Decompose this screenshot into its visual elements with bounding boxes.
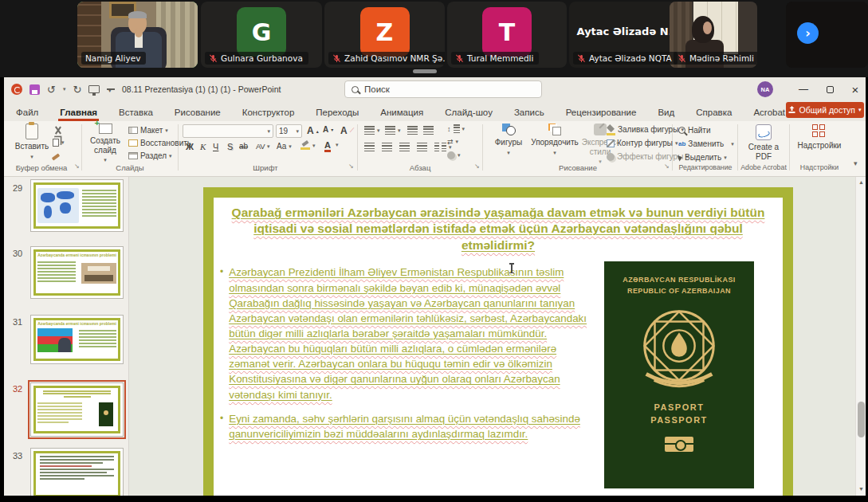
shrink-font-button[interactable]: A▾ [323, 125, 333, 134]
clipboard-dialog-launcher[interactable]: ↘ [74, 163, 80, 170]
shape-outline-button[interactable]: Контур фигуры▾ [607, 139, 678, 147]
bullet-list-button[interactable]: ▾ [364, 126, 380, 135]
align-right-button[interactable] [399, 143, 410, 151]
shapes-button[interactable]: Фигуры▾ [489, 124, 528, 156]
vertical-scrollbar[interactable]: ▲ ▼ [855, 177, 866, 496]
drawing-dialog-launcher[interactable]: ↘ [664, 163, 670, 170]
tab-design[interactable]: Конструктор [241, 108, 297, 121]
participant-tile-namig-aliyev[interactable]: Namig Aliyev [77, 2, 198, 68]
tab-animations[interactable]: Анимация [379, 108, 425, 121]
slide-thumbnail-33[interactable] [30, 448, 124, 500]
reset-button[interactable]: Восстановить [128, 139, 191, 147]
account-avatar[interactable]: NA [757, 81, 773, 97]
addins-button[interactable]: Надстройки [795, 124, 844, 151]
close-button[interactable]: × [842, 77, 868, 101]
format-painter-button[interactable] [52, 151, 60, 159]
font-color-button[interactable]: A▾ [324, 140, 338, 150]
tab-transitions[interactable]: Переходы [314, 108, 360, 121]
tab-home[interactable]: Главная [58, 108, 99, 121]
current-slide[interactable]: Qarabağ erməniləri Azərbaycan ərazisində… [203, 187, 793, 496]
bold-button[interactable]: Ж [186, 142, 194, 151]
cut-button[interactable] [53, 126, 62, 135]
increase-indent-button[interactable] [423, 126, 434, 135]
create-pdf-button[interactable]: Create a PDF [742, 124, 785, 161]
meeting-photo [81, 263, 116, 284]
shape-effects-button[interactable]: Эффекты фигуры▾ [607, 152, 689, 161]
tab-slideshow[interactable]: Слайд-шоу [443, 108, 494, 121]
share-button[interactable]: Общий доступ ▾ [786, 102, 864, 118]
scrollbar-thumb[interactable] [858, 402, 865, 437]
tab-help[interactable]: Справка [694, 108, 733, 121]
font-size-combo[interactable]: 19▾ [276, 124, 302, 138]
participant-name-label: Aytac Əlizadə NQTA [573, 52, 678, 65]
slide-thumbnail-31[interactable]: Azərbaycanda erməni icmasının problemi [30, 315, 124, 364]
replace-button[interactable]: abЗаменить▾ [678, 139, 734, 148]
thumbnail-title: Azərbaycanda erməni icmasının problemi [37, 253, 117, 257]
tab-acrobat[interactable]: Acrobat [752, 108, 787, 121]
document-title: 08.11 Prezentasiya (1) (1) (1) - PowerPo… [122, 84, 281, 94]
undo-button[interactable]: ↺ [47, 84, 56, 96]
save-button[interactable] [29, 84, 40, 95]
shape-fill-button[interactable]: Заливка фигуры▾ [607, 125, 684, 134]
slide-thumbnail-29[interactable] [30, 179, 124, 232]
change-case-button[interactable]: Aa▾ [277, 142, 292, 151]
undo-dropdown-caret[interactable]: ▾ [63, 86, 66, 92]
participant-tile-madina-rahimli[interactable]: Mədinə Rəhimli [670, 2, 757, 68]
tab-draw[interactable]: Рисование [173, 108, 222, 121]
tab-file[interactable]: Файл [14, 108, 40, 121]
paragraph-dialog-launcher[interactable]: ↘ [474, 163, 480, 170]
participant-tile-gulnara-gurbanova[interactable]: G Gulnara Gurbanova [201, 2, 322, 68]
text-shadow-button[interactable]: S [227, 142, 233, 151]
clear-formatting-button[interactable]: A⟋ [340, 125, 354, 136]
tab-review[interactable]: Рецензирование [564, 108, 638, 121]
share-icon [788, 106, 795, 114]
font-group-label: Шрифт [181, 163, 350, 172]
search-input[interactable]: Поиск [344, 80, 542, 98]
new-slide-button[interactable]: Создать слайд▾ [85, 124, 125, 163]
columns-button[interactable]: ▾ [434, 143, 452, 151]
arrange-button[interactable]: Упорядочить▾ [530, 124, 579, 156]
next-participants-button[interactable]: › [797, 22, 819, 44]
convert-smartart-button[interactable]: ▾ [447, 151, 461, 159]
font-dialog-launcher[interactable]: ↘ [348, 163, 354, 170]
font-name-combo[interactable]: ▾ [183, 124, 273, 138]
participant-tile-zahid-qasimov[interactable]: Z Zahid Qasımov NMR Şə... [324, 2, 445, 68]
slide-number: 31 [13, 317, 22, 327]
decrease-indent-button[interactable] [407, 126, 418, 135]
grow-font-button[interactable]: A▴ [307, 125, 319, 136]
restore-button[interactable] [817, 77, 842, 101]
outline-icon [607, 139, 615, 147]
align-center-button[interactable] [382, 143, 392, 151]
numbered-list-button[interactable]: ▾ [385, 126, 401, 135]
character-spacing-button[interactable]: AV▾ [256, 142, 269, 151]
paste-button[interactable]: Вставить▾ [14, 124, 50, 160]
select-button[interactable]: Выделить▾ [678, 153, 727, 162]
copy-button[interactable]: ▾ [53, 139, 65, 147]
customize-quick-access-button[interactable] [107, 88, 115, 90]
underline-button[interactable]: Ч [213, 142, 218, 151]
align-left-button[interactable] [364, 143, 375, 151]
reset-icon [128, 139, 138, 147]
highlight-color-button[interactable]: ▾ [300, 142, 316, 150]
collapse-ribbon-button[interactable]: ▾ [854, 159, 858, 167]
find-button[interactable]: Найти [678, 126, 711, 135]
section-button[interactable]: Раздел▾ [128, 151, 172, 160]
slideshow-button[interactable] [88, 85, 100, 93]
justify-button[interactable] [417, 143, 427, 151]
strip-drag-handle[interactable] [413, 69, 437, 73]
slide-thumbnail-32-selected[interactable] [30, 382, 124, 437]
italic-button[interactable]: К [200, 142, 206, 151]
shapes-icon [502, 124, 516, 135]
minimize-button[interactable]: — [791, 77, 816, 101]
tab-insert[interactable]: Вставка [117, 108, 155, 121]
bullet-item: • Azərbaycan Prezidenti İlham Əliyev Erm… [220, 265, 598, 402]
line-spacing-button[interactable]: ↕▾ [447, 124, 465, 133]
layout-button[interactable]: Макет▾ [128, 126, 168, 135]
tab-view[interactable]: Вид [656, 108, 676, 121]
tab-record[interactable]: Запись [513, 108, 546, 121]
slide-thumbnail-30[interactable]: Azərbaycanda erməni icmasının problemi [30, 246, 124, 299]
strikethrough-button[interactable]: ab [239, 142, 248, 151]
participant-tile-tural-memmedli[interactable]: T Tural Memmedli [447, 2, 567, 68]
redo-button[interactable]: ↻ [73, 84, 81, 96]
muted-mic-icon [577, 54, 586, 63]
